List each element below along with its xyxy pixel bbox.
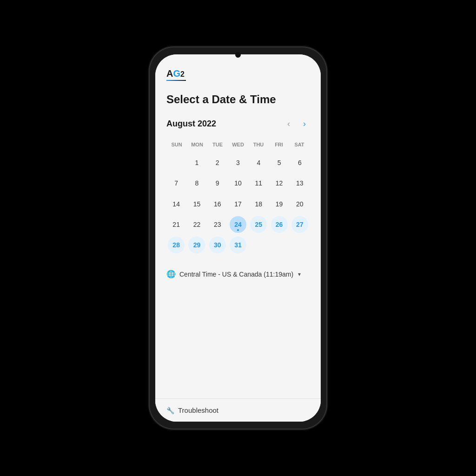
- day-cell[interactable]: 29: [187, 235, 206, 255]
- day-number[interactable]: 23: [209, 216, 226, 233]
- day-number[interactable]: 1: [188, 154, 205, 171]
- day-number[interactable]: 17: [230, 196, 246, 212]
- day-number[interactable]: 15: [188, 196, 205, 212]
- day-number[interactable]: 28: [168, 237, 185, 253]
- day-cell[interactable]: 28: [166, 235, 186, 255]
- calendar-nav: August 2022 ‹ ›: [166, 117, 310, 131]
- day-cell[interactable]: 12: [269, 173, 289, 193]
- day-number[interactable]: 30: [209, 237, 226, 253]
- day-cell[interactable]: 10: [228, 173, 248, 193]
- day-cell[interactable]: 6: [290, 153, 310, 172]
- day-cell[interactable]: 4: [249, 153, 268, 172]
- troubleshoot-button[interactable]: 🔧 Troubleshoot: [166, 404, 218, 416]
- day-header-sat: SAT: [289, 140, 310, 149]
- day-number[interactable]: 31: [230, 237, 246, 253]
- day-cell[interactable]: 9: [208, 173, 227, 193]
- screen-content: A G 2 Select a Date & Time August 2022 ‹…: [155, 54, 321, 422]
- logo-g: G: [173, 68, 180, 79]
- day-number[interactable]: 27: [291, 216, 308, 233]
- day-cell: [269, 235, 289, 255]
- day-number[interactable]: 3: [230, 154, 246, 171]
- day-number[interactable]: 16: [209, 196, 226, 212]
- day-cell[interactable]: 19: [269, 194, 289, 214]
- day-number[interactable]: 25: [250, 216, 267, 233]
- day-cell[interactable]: 14: [166, 194, 186, 214]
- day-cell[interactable]: 1: [187, 153, 206, 172]
- troubleshoot-bar: 🔧 Troubleshoot: [155, 398, 321, 422]
- logo-underline: [166, 80, 186, 81]
- app-header: A G 2: [155, 54, 321, 86]
- day-cell[interactable]: 30: [208, 235, 227, 255]
- day-number: [291, 237, 308, 253]
- app-logo: A G 2: [166, 68, 310, 81]
- day-cell[interactable]: 2: [208, 153, 227, 172]
- day-number[interactable]: 29: [188, 237, 205, 253]
- day-number[interactable]: 11: [250, 175, 267, 192]
- day-number[interactable]: 9: [209, 175, 226, 192]
- day-number[interactable]: 18: [250, 196, 267, 212]
- day-cell[interactable]: 21: [166, 215, 186, 234]
- day-cell[interactable]: 7: [166, 173, 186, 193]
- camera-notch: [235, 52, 241, 58]
- day-cell[interactable]: 3: [228, 153, 248, 172]
- day-number[interactable]: 21: [168, 216, 185, 233]
- next-month-button[interactable]: ›: [299, 117, 310, 131]
- day-cell[interactable]: 22: [187, 215, 206, 234]
- day-cell[interactable]: 26: [269, 215, 289, 234]
- day-header-tue: TUE: [207, 140, 228, 149]
- day-number[interactable]: 19: [271, 196, 288, 212]
- day-cell[interactable]: 15: [187, 194, 206, 214]
- day-header-wed: WED: [228, 140, 248, 149]
- day-number[interactable]: 26: [271, 216, 288, 233]
- day-number[interactable]: 6: [291, 154, 308, 171]
- day-cell[interactable]: 13: [290, 173, 310, 193]
- day-headers: SUN MON TUE WED THU FRI SAT: [166, 140, 310, 149]
- day-number[interactable]: 5: [271, 154, 288, 171]
- day-cell[interactable]: 25: [249, 215, 268, 234]
- day-number[interactable]: 2: [209, 154, 226, 171]
- day-number[interactable]: 7: [168, 175, 185, 192]
- timezone-selector[interactable]: 🌐 Central Time - US & Canada (11:19am) ▾: [166, 266, 310, 282]
- day-cell[interactable]: 5: [269, 153, 289, 172]
- month-year-label: August 2022: [166, 119, 216, 129]
- nav-buttons: ‹ ›: [284, 117, 310, 131]
- day-number: [271, 237, 288, 253]
- wrench-icon: 🔧: [166, 407, 174, 414]
- day-cell[interactable]: 31: [228, 235, 248, 255]
- day-cell: [290, 235, 310, 255]
- day-cell[interactable]: 17: [228, 194, 248, 214]
- content-area: Select a Date & Time August 2022 ‹ › SUN…: [155, 86, 321, 398]
- day-number[interactable]: 14: [168, 196, 185, 212]
- day-number[interactable]: 8: [188, 175, 205, 192]
- day-header-mon: MON: [187, 140, 207, 149]
- day-cell[interactable]: 18: [249, 194, 268, 214]
- day-cell[interactable]: 20: [290, 194, 310, 214]
- phone-screen: A G 2 Select a Date & Time August 2022 ‹…: [155, 54, 321, 422]
- day-number[interactable]: 12: [271, 175, 288, 192]
- day-cell[interactable]: 23: [208, 215, 227, 234]
- day-header-thu: THU: [248, 140, 269, 149]
- day-number[interactable]: 24: [230, 216, 246, 233]
- day-cell: [249, 235, 268, 255]
- day-cell[interactable]: 11: [249, 173, 268, 193]
- day-cell[interactable]: 24: [228, 215, 248, 234]
- timezone-text: Central Time - US & Canada (11:19am): [179, 271, 293, 278]
- day-cell[interactable]: 8: [187, 173, 206, 193]
- globe-icon: 🌐: [166, 270, 176, 278]
- timezone-dropdown-arrow: ▾: [298, 271, 301, 278]
- day-number[interactable]: 22: [188, 216, 205, 233]
- day-number: [168, 154, 185, 171]
- day-number[interactable]: 4: [250, 154, 267, 171]
- day-cell[interactable]: 27: [290, 215, 310, 234]
- day-number[interactable]: 13: [291, 175, 308, 192]
- day-cell: [166, 153, 186, 172]
- logo-2: 2: [180, 70, 185, 79]
- day-header-fri: FRI: [269, 140, 289, 149]
- day-number[interactable]: 10: [230, 175, 246, 192]
- calendar-days: 1234567891011121314151617181920212223242…: [166, 153, 310, 255]
- day-cell[interactable]: 16: [208, 194, 227, 214]
- prev-month-button[interactable]: ‹: [284, 117, 294, 131]
- day-number[interactable]: 20: [291, 196, 308, 212]
- page-title: Select a Date & Time: [166, 93, 310, 106]
- day-number: [250, 237, 267, 253]
